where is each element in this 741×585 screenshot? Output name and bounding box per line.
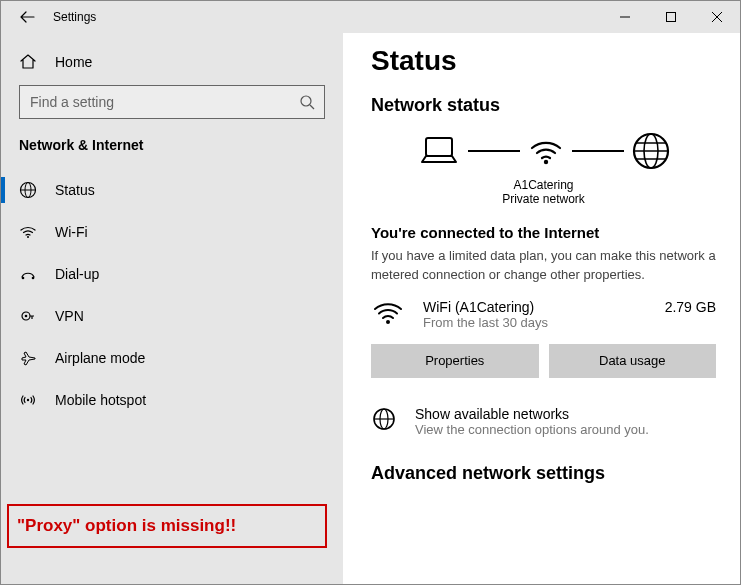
globe-icon xyxy=(371,406,397,432)
globe-icon xyxy=(19,181,37,199)
home-icon xyxy=(19,53,37,71)
sidebar-item-label: Airplane mode xyxy=(55,350,145,366)
hotspot-icon xyxy=(19,391,37,409)
search-icon xyxy=(299,94,315,110)
sidebar-item-hotspot[interactable]: Mobile hotspot xyxy=(1,379,343,421)
section-title: Network & Internet xyxy=(1,137,343,169)
sidebar-item-label: Status xyxy=(55,182,95,198)
wifi-icon xyxy=(526,132,566,170)
svg-point-9 xyxy=(32,277,35,280)
dialup-icon xyxy=(19,265,37,283)
connected-title: You're connected to the Internet xyxy=(371,224,716,241)
wifi-usage: 2.79 GB xyxy=(665,299,716,315)
sidebar-item-label: Wi-Fi xyxy=(55,224,88,240)
sidebar-item-vpn[interactable]: VPN xyxy=(1,295,343,337)
sidebar-item-label: VPN xyxy=(55,308,84,324)
diagram-network-type: Private network xyxy=(371,192,716,206)
maximize-button[interactable] xyxy=(648,1,694,33)
svg-point-2 xyxy=(301,96,311,106)
svg-rect-13 xyxy=(426,138,452,156)
advanced-heading: Advanced network settings xyxy=(371,463,716,484)
svg-rect-1 xyxy=(667,13,676,22)
show-available-networks[interactable]: Show available networks View the connect… xyxy=(371,406,716,437)
available-sub: View the connection options around you. xyxy=(415,422,649,437)
svg-point-7 xyxy=(27,236,29,238)
properties-button[interactable]: Properties xyxy=(371,344,539,378)
available-title: Show available networks xyxy=(415,406,649,422)
svg-point-8 xyxy=(22,277,25,280)
home-label: Home xyxy=(55,54,92,70)
svg-line-3 xyxy=(310,105,314,109)
wifi-icon xyxy=(371,299,405,329)
sidebar-item-label: Mobile hotspot xyxy=(55,392,146,408)
minimize-button[interactable] xyxy=(602,1,648,33)
search-input[interactable] xyxy=(19,85,325,119)
status-heading: Network status xyxy=(371,95,716,116)
sidebar-item-status[interactable]: Status xyxy=(1,169,343,211)
back-icon[interactable] xyxy=(19,9,35,25)
page-title: Status xyxy=(371,45,716,77)
svg-point-18 xyxy=(386,320,390,324)
diagram-network-name: A1Catering xyxy=(371,178,716,192)
connected-desc: If you have a limited data plan, you can… xyxy=(371,247,716,285)
svg-point-14 xyxy=(543,160,547,164)
annotation-box: "Proxy" option is missing!! xyxy=(7,504,327,548)
sidebar-item-home[interactable]: Home xyxy=(1,45,343,85)
sidebar-item-wifi[interactable]: Wi-Fi xyxy=(1,211,343,253)
network-diagram xyxy=(371,130,716,172)
globe-icon xyxy=(630,130,672,172)
main-content: Status Network status A1Catering Private… xyxy=(343,33,740,584)
svg-point-11 xyxy=(25,315,28,318)
sidebar-item-dialup[interactable]: Dial-up xyxy=(1,253,343,295)
wifi-name: WiFi (A1Catering) xyxy=(423,299,647,315)
app-title: Settings xyxy=(53,10,96,24)
svg-point-12 xyxy=(27,399,29,401)
airplane-icon xyxy=(19,349,37,367)
sidebar-item-airplane[interactable]: Airplane mode xyxy=(1,337,343,379)
close-button[interactable] xyxy=(694,1,740,33)
wifi-sub: From the last 30 days xyxy=(423,315,647,330)
wifi-icon xyxy=(19,223,37,241)
vpn-icon xyxy=(19,307,37,325)
laptop-icon xyxy=(416,132,462,170)
sidebar-item-label: Dial-up xyxy=(55,266,99,282)
sidebar: Home Network & Internet Status Wi-Fi Dia… xyxy=(1,33,343,584)
data-usage-button[interactable]: Data usage xyxy=(549,344,717,378)
